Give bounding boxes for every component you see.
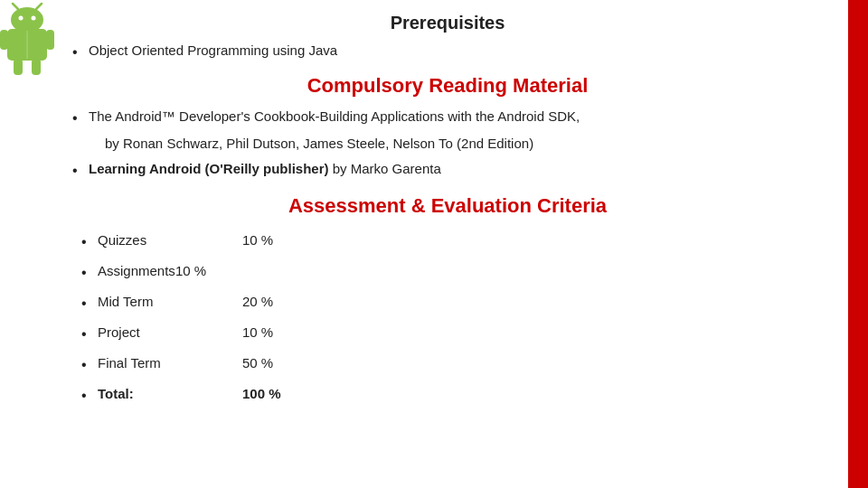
svg-point-3 [32,16,36,21]
svg-rect-8 [14,59,23,75]
svg-rect-9 [32,59,41,75]
bullet-icon-q3: • [81,293,98,314]
prerequisite-text-1: Object Oriented Programming using Java [89,41,337,61]
assessment-row-project: • Project 10 % [81,323,823,345]
bullet-icon-q6: • [81,385,98,407]
assessment-label-midterm: Mid Term [98,292,242,313]
assessment-value-quizzes: 10 % [242,230,273,251]
reading-item-1: • The Android™ Developer's Cookbook-Buil… [72,107,823,129]
assessment-value-assignments-inline: 10 % [175,263,206,278]
reading-subtext-1: by Ronan Schwarz, Phil Dutson, James Ste… [105,134,823,155]
svg-rect-6 [0,30,8,50]
assessment-title: Assessment & Evaluation Criteria [72,194,823,218]
reading-rest-2: by Marko Garenta [333,161,441,176]
reading-item-2: • Learning Android (O'Reilly publisher) … [72,159,823,182]
svg-line-5 [36,4,42,9]
bullet-icon-q2: • [81,262,98,284]
assessment-row-finalterm: • Final Term 50 % [81,353,823,376]
assessment-value-project: 10 % [242,323,273,343]
svg-point-2 [19,16,24,21]
assessment-value-midterm: 20 % [242,292,273,313]
main-content: Prerequisites • Object Oriented Programm… [0,0,868,420]
assessment-value-total: 100 % [242,384,281,405]
bullet-icon-2: • [72,108,89,129]
bullet-icon: • [72,42,89,63]
svg-point-1 [11,7,43,33]
reading-text-1: The Android™ Developer's Cookbook-Buildi… [89,107,580,127]
svg-line-4 [13,4,18,9]
svg-rect-7 [46,30,54,50]
assessment-row-midterm: • Mid Term 20 % [81,292,823,314]
assessment-label-finalterm: Final Term [98,353,242,374]
bullet-icon-q5: • [81,354,98,376]
bullet-icon-3: • [72,160,89,182]
assessment-list: • Quizzes 10 % • Assignments10 % • Mid T… [81,230,823,411]
assessment-value-finalterm: 50 % [242,353,273,374]
compulsory-title: Compulsory Reading Material [72,74,823,98]
android-logo [0,0,63,90]
prerequisites-title: Prerequisites [72,13,823,33]
assessment-row-assignments: • Assignments10 % [81,261,823,284]
reading-bold-2: Learning Android (O'Reilly publisher) [89,161,329,176]
assessment-label-quizzes: Quizzes [98,230,242,251]
assessment-row-quizzes: • Quizzes 10 % [81,230,823,253]
assessment-label-project: Project [98,323,242,343]
prerequisite-item-1: • Object Oriented Programming using Java [72,41,823,63]
assessment-row-total: • Total: 100 % [81,384,823,407]
bullet-icon-q1: • [81,231,98,253]
assessment-label-assignments: Assignments10 % [98,261,242,282]
assessment-label-total: Total: [98,384,242,405]
bullet-icon-q4: • [81,324,98,345]
red-bar [848,0,868,488]
reading-text-2: Learning Android (O'Reilly publisher) by… [89,159,441,180]
